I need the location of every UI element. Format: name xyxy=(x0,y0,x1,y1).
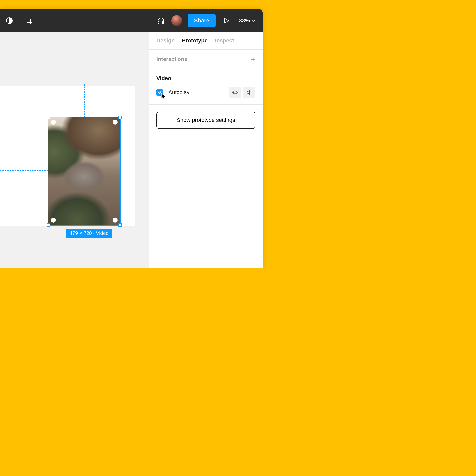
contrast-icon[interactable] xyxy=(4,16,14,26)
corner-radius-handle[interactable] xyxy=(51,120,56,125)
corner-radius-handle[interactable] xyxy=(113,218,118,223)
resize-handle[interactable] xyxy=(118,223,122,227)
tab-inspect[interactable]: Inspect xyxy=(215,37,234,44)
corner-radius-handle[interactable] xyxy=(51,218,56,223)
loop-icon xyxy=(232,89,238,96)
resize-handle[interactable] xyxy=(118,116,122,119)
crop-icon[interactable] xyxy=(24,16,34,26)
speaker-icon xyxy=(246,89,253,96)
zoom-dropdown[interactable]: 33% xyxy=(239,17,256,24)
video-section: Video Autoplay xyxy=(149,69,263,105)
selected-video-layer[interactable] xyxy=(48,117,120,225)
resize-handle[interactable] xyxy=(47,116,50,119)
interactions-section: Interactions + xyxy=(149,50,263,69)
alignment-guide-vertical xyxy=(84,84,85,117)
main-area: 479 × 720 · Video Design Prototype Inspe… xyxy=(0,32,263,268)
zoom-value: 33% xyxy=(239,17,250,24)
autoplay-label: Autoplay xyxy=(168,89,227,96)
top-toolbar: Share 33% xyxy=(0,9,263,32)
right-panel: Design Prototype Inspect Interactions + … xyxy=(149,32,263,268)
headphones-icon[interactable] xyxy=(156,16,166,26)
avatar[interactable] xyxy=(171,15,182,26)
chevron-down-icon xyxy=(251,18,256,23)
show-prototype-settings-button[interactable]: Show prototype settings xyxy=(156,112,255,129)
add-interaction-button[interactable]: + xyxy=(251,56,255,63)
loop-button[interactable] xyxy=(229,87,241,98)
interactions-heading: Interactions xyxy=(156,56,187,62)
video-thumbnail xyxy=(48,117,120,225)
app-window: Share 33% xyxy=(0,9,263,268)
resize-handle[interactable] xyxy=(47,223,50,227)
selection-dimensions-badge: 479 × 720 · Video xyxy=(66,229,112,238)
alignment-guide-horizontal xyxy=(0,170,48,171)
panel-tabs: Design Prototype Inspect xyxy=(149,32,263,50)
tab-prototype[interactable]: Prototype xyxy=(182,37,208,44)
corner-radius-handle[interactable] xyxy=(113,120,118,125)
tab-design[interactable]: Design xyxy=(156,37,175,44)
play-icon[interactable] xyxy=(221,16,231,26)
sound-button[interactable] xyxy=(243,87,255,98)
video-heading: Video xyxy=(156,75,255,82)
share-button[interactable]: Share xyxy=(188,14,216,27)
autoplay-checkbox[interactable] xyxy=(156,89,163,96)
canvas[interactable]: 479 × 720 · Video xyxy=(0,32,149,268)
